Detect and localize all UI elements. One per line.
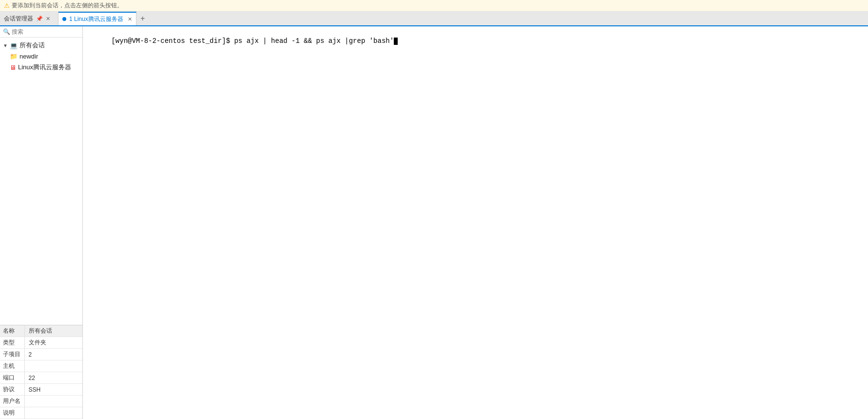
terminal-content[interactable]: [wyn@VM-8-2-centos test_dir]$ ps ajx | h… bbox=[83, 26, 868, 419]
session-tree: ▼ 💻 所有会话 📁 newdir 🖥 Linux腾讯云服务器 bbox=[0, 38, 82, 325]
prop-key-protocol: 协议 bbox=[0, 384, 24, 396]
prop-val-children: 2 bbox=[24, 349, 82, 360]
prop-val-host bbox=[24, 360, 82, 372]
prop-row-host: 主机 bbox=[0, 360, 82, 372]
prop-row-port: 端口 22 bbox=[0, 372, 82, 384]
prop-row-desc: 说明 bbox=[0, 407, 82, 419]
close-session-manager-icon[interactable]: ✕ bbox=[46, 16, 50, 22]
prop-key-children: 子项目 bbox=[0, 349, 24, 360]
tree-toggle-icon[interactable]: ▼ bbox=[3, 43, 8, 48]
prop-key-host: 主机 bbox=[0, 360, 24, 372]
prop-val-protocol: SSH bbox=[24, 384, 82, 396]
prop-header-name: 名称 bbox=[0, 325, 24, 337]
search-icon: 🔍 bbox=[3, 28, 10, 35]
notification-text: 要添加到当前会话，点击左侧的箭头按钮。 bbox=[12, 1, 123, 10]
warning-icon: ⚠ bbox=[4, 2, 10, 9]
prop-row-children: 子项目 2 bbox=[0, 349, 82, 360]
terminal-command: ps ajx | head -1 && ps ajx |grep 'bash' bbox=[234, 37, 394, 45]
properties-table: 名称 所有会话 类型 文件夹 子项目 2 主机 端口 22 bbox=[0, 325, 82, 419]
tree-root-label: 所有会话 bbox=[19, 41, 45, 50]
notification-bar: ⚠ 要添加到当前会话，点击左侧的箭头按钮。 bbox=[0, 0, 868, 12]
prop-val-desc bbox=[24, 407, 82, 419]
prop-val-type: 文件夹 bbox=[24, 337, 82, 349]
tab-bar: 会话管理器 📌 ✕ 1 Linux腾讯云服务器 ✕ + bbox=[0, 12, 868, 26]
properties-panel: 名称 所有会话 类型 文件夹 子项目 2 主机 端口 22 bbox=[0, 325, 82, 419]
main-layout: 🔍 ▼ 💻 所有会话 📁 newdir 🖥 Linux腾讯云服务器 bbox=[0, 26, 868, 419]
tree-item-newdir-label: newdir bbox=[19, 53, 38, 60]
sidebar-search-bar: 🔍 bbox=[0, 26, 82, 38]
tree-item-linux-server[interactable]: 🖥 Linux腾讯云服务器 bbox=[0, 61, 82, 73]
prop-key-port: 端口 bbox=[0, 372, 24, 384]
terminal-area[interactable]: [wyn@VM-8-2-centos test_dir]$ ps ajx | h… bbox=[83, 26, 868, 419]
active-tab[interactable]: 1 Linux腾讯云服务器 ✕ bbox=[58, 12, 136, 25]
prop-key-desc: 说明 bbox=[0, 407, 24, 419]
prop-val-port: 22 bbox=[24, 372, 82, 384]
tree-item-root[interactable]: ▼ 💻 所有会话 bbox=[0, 40, 82, 51]
close-tab-icon[interactable]: ✕ bbox=[128, 16, 132, 22]
folder-icon: 📁 bbox=[10, 53, 18, 60]
search-input[interactable] bbox=[12, 28, 79, 35]
terminal-cursor bbox=[394, 38, 398, 45]
sidebar: 🔍 ▼ 💻 所有会话 📁 newdir 🖥 Linux腾讯云服务器 bbox=[0, 26, 83, 419]
active-tab-label: 1 Linux腾讯云服务器 bbox=[69, 15, 123, 23]
tree-item-newdir[interactable]: 📁 newdir bbox=[0, 51, 82, 61]
prop-key-type: 类型 bbox=[0, 337, 24, 349]
tab-indicator-dot bbox=[62, 17, 66, 21]
terminal-prompt: [wyn@VM-8-2-centos test_dir]$ bbox=[111, 37, 234, 45]
prop-key-username: 用户名 bbox=[0, 396, 24, 407]
tab-session-manager[interactable]: 会话管理器 📌 ✕ bbox=[0, 12, 58, 25]
prop-val-username bbox=[24, 396, 82, 407]
prop-row-username: 用户名 bbox=[0, 396, 82, 407]
prop-header-value: 所有会话 bbox=[24, 325, 82, 337]
add-tab-button[interactable]: + bbox=[136, 12, 149, 25]
prop-row-type: 类型 文件夹 bbox=[0, 337, 82, 349]
root-folder-icon: 💻 bbox=[10, 42, 18, 49]
tree-item-server-label: Linux腾讯云服务器 bbox=[18, 63, 71, 72]
prop-row-protocol: 协议 SSH bbox=[0, 384, 82, 396]
server-icon: 🖥 bbox=[10, 64, 16, 71]
session-manager-label: 会话管理器 bbox=[4, 15, 33, 23]
pin-icon[interactable]: 📌 bbox=[36, 16, 43, 22]
